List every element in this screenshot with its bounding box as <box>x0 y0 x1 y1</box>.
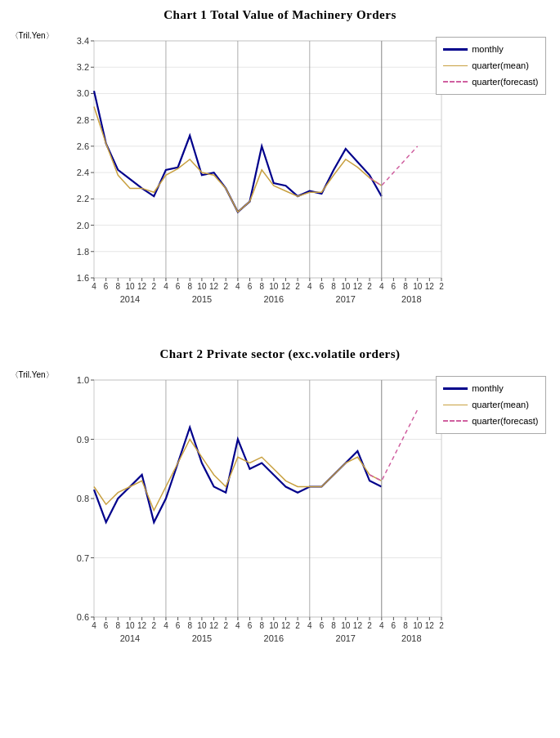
chart2-title: Chart 2 Private sector (exc.volatile ord… <box>11 347 550 361</box>
svg-text:12: 12 <box>353 282 363 291</box>
svg-text:8: 8 <box>115 282 120 291</box>
svg-text:2.6: 2.6 <box>76 141 88 151</box>
svg-text:4: 4 <box>92 282 96 291</box>
svg-text:10: 10 <box>341 282 351 291</box>
svg-text:6: 6 <box>175 621 180 630</box>
svg-text:4: 4 <box>164 282 168 291</box>
svg-text:6: 6 <box>319 621 324 630</box>
svg-text:12: 12 <box>353 621 363 630</box>
chart2-legend-quarter-forecast-label: quarter(forecast) <box>472 414 538 430</box>
chart2-legend-quarter-mean: quarter(mean) <box>443 397 538 414</box>
svg-text:12: 12 <box>137 282 147 291</box>
svg-text:10: 10 <box>125 621 135 630</box>
svg-text:4: 4 <box>235 282 240 291</box>
chart2-area: 〈Tril.Yen〉 0.60.70.80.91.046810122468101… <box>11 368 550 670</box>
chart2-legend-quarter-mean-label: quarter(mean) <box>472 397 529 414</box>
svg-text:2015: 2015 <box>191 294 211 304</box>
svg-text:10: 10 <box>269 282 279 291</box>
quarter-mean-line-icon <box>443 65 468 67</box>
svg-text:12: 12 <box>424 621 434 630</box>
svg-text:10: 10 <box>413 621 423 630</box>
svg-text:8: 8 <box>259 621 264 630</box>
svg-text:2017: 2017 <box>335 633 355 643</box>
svg-text:1.6: 1.6 <box>76 273 88 283</box>
svg-text:1.0: 1.0 <box>76 375 88 385</box>
chart2-monthly-line-icon <box>443 387 468 390</box>
svg-text:2016: 2016 <box>263 294 283 304</box>
svg-text:2: 2 <box>151 282 156 291</box>
chart1-legend-monthly-label: monthly <box>472 42 504 58</box>
svg-text:4: 4 <box>307 282 312 291</box>
quarter-forecast-line-icon <box>443 81 468 83</box>
chart1-legend-quarter-forecast-label: quarter(forecast) <box>472 74 538 91</box>
svg-text:6: 6 <box>247 282 252 291</box>
chart2-legend-quarter-forecast: quarter(forecast) <box>443 414 538 430</box>
svg-text:12: 12 <box>424 282 434 291</box>
svg-text:8: 8 <box>331 621 336 630</box>
svg-text:10: 10 <box>269 621 279 630</box>
svg-text:6: 6 <box>104 621 109 630</box>
svg-text:2.2: 2.2 <box>76 194 88 204</box>
monthly-line-icon <box>443 48 468 51</box>
chart2-quarter-mean-line-icon <box>443 405 468 406</box>
svg-text:4: 4 <box>307 621 312 630</box>
svg-text:0.9: 0.9 <box>76 435 88 445</box>
chart1-legend: monthly quarter(mean) quarter(forecast) <box>436 37 545 95</box>
svg-text:6: 6 <box>247 621 252 630</box>
svg-text:8: 8 <box>259 282 264 291</box>
svg-text:2: 2 <box>151 621 156 630</box>
svg-text:1.8: 1.8 <box>76 247 88 257</box>
svg-text:12: 12 <box>281 621 291 630</box>
svg-text:2014: 2014 <box>119 633 139 643</box>
svg-text:2.8: 2.8 <box>76 115 88 125</box>
chart1-legend-quarter-forecast: quarter(forecast) <box>443 74 538 91</box>
svg-text:2018: 2018 <box>401 294 421 304</box>
chart2-legend-monthly-label: monthly <box>472 381 504 397</box>
chart1-area: 〈Tril.Yen〉 1.61.82.02.22.42.62.83.03.23.… <box>11 29 550 331</box>
svg-text:8: 8 <box>331 282 336 291</box>
chart2-quarter-forecast-line-icon <box>443 420 468 422</box>
svg-text:3.2: 3.2 <box>76 62 88 72</box>
svg-text:6: 6 <box>391 621 396 630</box>
svg-text:12: 12 <box>209 282 219 291</box>
svg-text:8: 8 <box>187 282 192 291</box>
svg-text:2016: 2016 <box>263 633 283 643</box>
svg-text:8: 8 <box>187 621 192 630</box>
svg-text:6: 6 <box>319 282 324 291</box>
svg-text:10: 10 <box>197 282 207 291</box>
svg-text:0.8: 0.8 <box>76 494 88 503</box>
svg-text:8: 8 <box>115 621 120 630</box>
svg-text:2: 2 <box>223 621 228 630</box>
svg-text:4: 4 <box>92 621 96 630</box>
chart2-legend-monthly: monthly <box>443 381 538 397</box>
svg-text:10: 10 <box>413 282 423 291</box>
svg-text:6: 6 <box>104 282 109 291</box>
svg-text:2: 2 <box>295 621 300 630</box>
svg-text:2: 2 <box>295 282 300 291</box>
svg-text:10: 10 <box>341 621 351 630</box>
svg-text:2.0: 2.0 <box>76 221 88 230</box>
chart1-legend-quarter-mean-label: quarter(mean) <box>472 58 529 74</box>
svg-text:2014: 2014 <box>119 294 139 304</box>
svg-text:4: 4 <box>235 621 240 630</box>
svg-text:2: 2 <box>439 621 444 630</box>
chart2-legend: monthly quarter(mean) quarter(forecast) <box>436 376 545 434</box>
svg-text:12: 12 <box>209 621 219 630</box>
svg-text:6: 6 <box>391 282 396 291</box>
chart1-legend-monthly: monthly <box>443 42 538 58</box>
chart1-title: Chart 1 Total Value of Machinery Orders <box>11 8 550 22</box>
svg-text:2: 2 <box>367 282 372 291</box>
chart1-container: Chart 1 Total Value of Machinery Orders … <box>11 8 550 331</box>
svg-text:2.4: 2.4 <box>76 168 88 177</box>
svg-text:4: 4 <box>379 621 384 630</box>
svg-text:2: 2 <box>367 621 372 630</box>
svg-text:6: 6 <box>175 282 180 291</box>
svg-text:3.4: 3.4 <box>76 36 88 46</box>
svg-text:8: 8 <box>403 621 408 630</box>
svg-text:8: 8 <box>403 282 408 291</box>
svg-text:0.6: 0.6 <box>76 612 88 622</box>
svg-text:4: 4 <box>164 621 168 630</box>
svg-text:2017: 2017 <box>335 294 355 304</box>
chart2-container: Chart 2 Private sector (exc.volatile ord… <box>11 347 550 670</box>
svg-text:10: 10 <box>125 282 135 291</box>
